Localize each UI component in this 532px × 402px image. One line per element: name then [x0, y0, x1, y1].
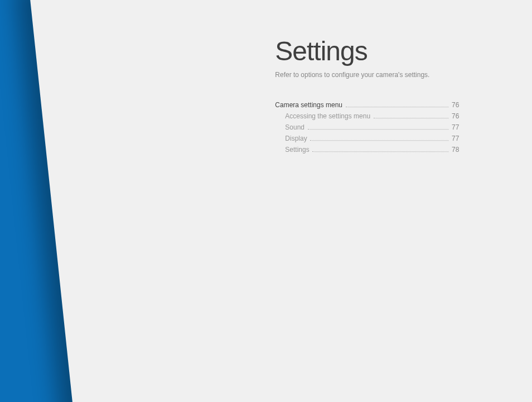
- page-subtitle: Refer to options to configure your camer…: [275, 71, 498, 79]
- toc-sub-page: 77: [452, 135, 459, 142]
- toc-dots: [346, 107, 448, 107]
- toc-sub-row: Accessing the settings menu 76: [275, 112, 459, 120]
- toc-dots: [374, 118, 448, 118]
- toc-main-page: 76: [452, 101, 459, 109]
- page-title: Settings: [275, 36, 498, 66]
- table-of-contents: Camera settings menu 76 Accessing the se…: [275, 101, 498, 154]
- toc-sub-row: Settings 78: [275, 146, 459, 154]
- toc-main-row: Camera settings menu 76: [275, 101, 459, 109]
- document-page: Settings Refer to options to configure y…: [28, 0, 532, 402]
- toc-sub-page: 78: [452, 146, 459, 154]
- toc-sub-label: Settings: [285, 146, 309, 154]
- toc-sub-label: Accessing the settings menu: [285, 112, 370, 120]
- toc-sub-page: 76: [452, 112, 459, 120]
- toc-dots: [308, 129, 448, 130]
- toc-sub-label: Display: [285, 135, 307, 142]
- toc-dots: [311, 140, 448, 141]
- toc-main-label: Camera settings menu: [275, 101, 342, 109]
- toc-dots: [313, 151, 448, 152]
- toc-sub-row: Sound 77: [275, 123, 459, 131]
- page-content: Settings Refer to options to configure y…: [275, 36, 498, 157]
- toc-sub-row: Display 77: [275, 135, 459, 142]
- toc-sub-label: Sound: [285, 123, 304, 131]
- toc-sub-page: 77: [452, 123, 459, 131]
